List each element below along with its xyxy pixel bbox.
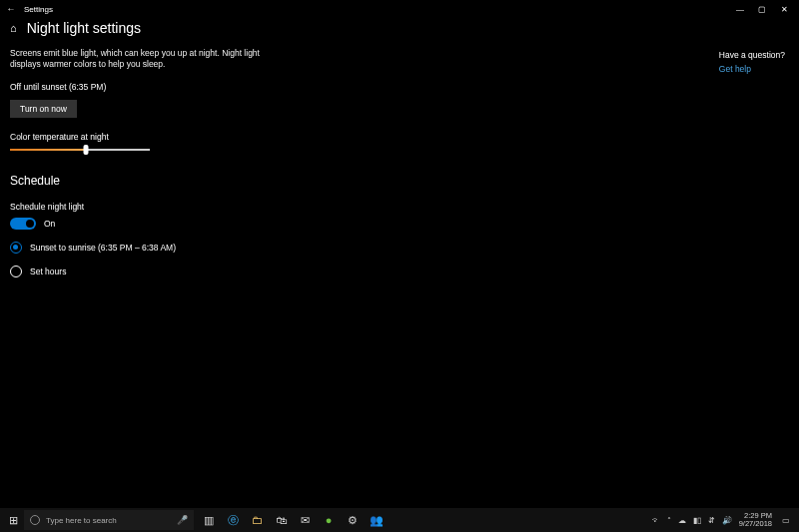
taskbar: ⊞ Type here to search 🎤 ▥ ⓔ 🗀 🛍 ✉ ● ⚙ 👥 …	[0, 508, 799, 532]
schedule-toggle-row: On	[10, 218, 529, 230]
schedule-toggle-label: Schedule night light	[10, 202, 529, 212]
minimize-button[interactable]: ―	[729, 5, 751, 14]
app-green-icon[interactable]: ●	[318, 510, 340, 530]
search-placeholder: Type here to search	[46, 516, 117, 525]
description-text: Screens emit blue light, which can keep …	[10, 48, 270, 70]
tray-item-icon[interactable]: ᯤ	[652, 516, 660, 525]
radio-sethours-row[interactable]: Set hours	[10, 266, 529, 277]
page-header: ⌂ Night light settings	[0, 18, 799, 42]
clock[interactable]: 2:29 PM 9/27/2018	[739, 512, 772, 528]
help-question: Have a question?	[719, 50, 785, 60]
start-button[interactable]: ⊞	[2, 514, 24, 527]
radio-sunset-label: Sunset to sunrise (6:35 PM – 6:38 AM)	[30, 243, 176, 253]
teams-icon[interactable]: 👥	[366, 510, 388, 530]
slider-rest	[86, 149, 150, 151]
action-center-icon[interactable]: ▭	[779, 516, 793, 525]
settings-icon[interactable]: ⚙	[342, 510, 364, 530]
schedule-toggle[interactable]	[10, 218, 36, 230]
color-temp-slider[interactable]	[10, 148, 150, 152]
mic-icon[interactable]: 🎤	[177, 515, 188, 525]
schedule-heading: Schedule	[10, 174, 529, 188]
cortana-icon	[30, 515, 40, 525]
maximize-button[interactable]: ▢	[751, 5, 773, 14]
content: Screens emit blue light, which can keep …	[0, 42, 799, 283]
help-panel: Have a question? Get help	[719, 42, 799, 283]
file-explorer-icon[interactable]: 🗀	[246, 510, 268, 530]
page-title: Night light settings	[27, 20, 141, 36]
window-title: Settings	[24, 5, 53, 14]
slider-thumb[interactable]	[83, 145, 88, 155]
tray-cloud-icon[interactable]: ☁	[678, 516, 686, 525]
window-controls: ― ▢ ✕	[729, 5, 795, 14]
radio-sunset-row[interactable]: Sunset to sunrise (6:35 PM – 6:38 AM)	[10, 242, 529, 254]
radio-sethours[interactable]	[10, 266, 22, 277]
taskbar-apps: ▥ ⓔ 🗀 🛍 ✉ ● ⚙ 👥	[198, 510, 388, 530]
status-text: Off until sunset (6:35 PM)	[10, 82, 529, 92]
store-icon[interactable]: 🛍	[270, 510, 292, 530]
task-view-icon[interactable]: ▥	[198, 510, 220, 530]
date-text: 9/27/2018	[739, 520, 772, 528]
tray-volume-icon[interactable]: 🔊	[722, 516, 732, 525]
tray-chevron-icon[interactable]: ˄	[667, 516, 671, 525]
edge-icon[interactable]: ⓔ	[222, 510, 244, 530]
tray-battery-icon[interactable]: ▮▯	[693, 516, 701, 525]
system-tray: ᯤ ˄ ☁ ▮▯ ⇵ 🔊 2:29 PM 9/27/2018 ▭	[652, 512, 797, 528]
help-link[interactable]: Get help	[719, 64, 785, 74]
radio-sethours-label: Set hours	[30, 266, 66, 276]
titlebar: ← Settings ― ▢ ✕	[0, 0, 799, 18]
mail-icon[interactable]: ✉	[294, 510, 316, 530]
search-box[interactable]: Type here to search 🎤	[24, 510, 194, 530]
color-temp-label: Color temperature at night	[10, 132, 529, 142]
schedule-toggle-value: On	[44, 219, 55, 229]
turn-on-button[interactable]: Turn on now	[10, 100, 77, 118]
main-panel: Screens emit blue light, which can keep …	[0, 42, 539, 283]
home-icon[interactable]: ⌂	[10, 22, 17, 34]
radio-sunset[interactable]	[10, 242, 22, 254]
tray-network-icon[interactable]: ⇵	[708, 516, 715, 525]
close-button[interactable]: ✕	[773, 5, 795, 14]
slider-fill	[10, 149, 86, 151]
back-button[interactable]: ←	[4, 4, 18, 14]
